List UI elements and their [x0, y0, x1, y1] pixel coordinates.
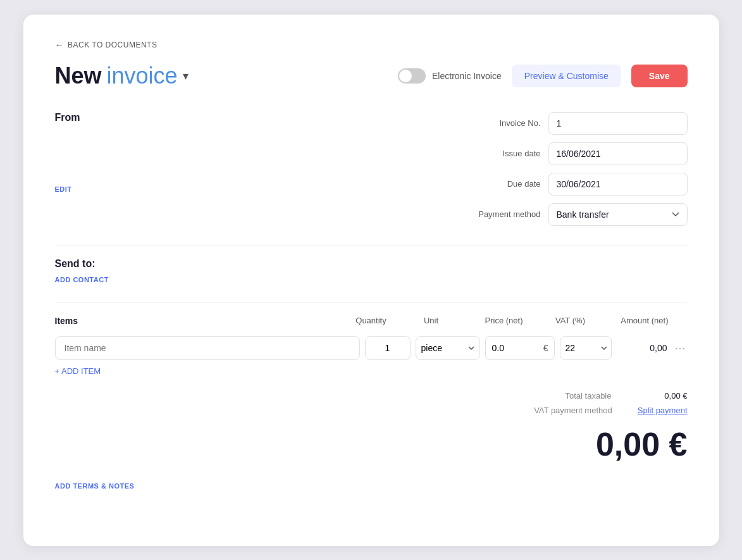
- invoice-no-input[interactable]: [548, 112, 688, 135]
- title-invoice: invoice: [107, 63, 178, 89]
- item-more-button[interactable]: ⋯: [672, 341, 688, 355]
- back-label: BACK TO DOCUMENTS: [68, 40, 157, 49]
- add-item-button[interactable]: + ADD ITEM: [55, 366, 688, 376]
- divider-2: [55, 302, 688, 303]
- due-date-label: Due date: [459, 179, 541, 189]
- items-header: Items Quantity Unit Price (net) VAT (%) …: [55, 316, 688, 331]
- due-date-input[interactable]: [548, 173, 688, 196]
- item-qty-input[interactable]: [365, 336, 411, 360]
- issue-date-input[interactable]: [548, 142, 688, 165]
- total-taxable-label: Total taxable: [510, 391, 612, 401]
- table-row: piece hour day kg liter € 0 4 5 10 22 0,…: [55, 336, 688, 360]
- col-unit-header: Unit: [397, 316, 466, 325]
- due-date-row: Due date: [384, 173, 688, 196]
- col-price-header: Price (net): [466, 316, 542, 325]
- invoice-no-label: Invoice No.: [459, 118, 541, 128]
- issue-date-label: Issue date: [459, 149, 541, 158]
- total-taxable-value: 0,00 €: [637, 391, 688, 401]
- issue-date-row: Issue date: [384, 142, 688, 165]
- invoice-card: ← BACK TO DOCUMENTS New invoice ▾ Electr…: [23, 15, 719, 546]
- vat-payment-method-label: VAT payment method: [534, 406, 612, 415]
- header-row: New invoice ▾ Electronic Invoice Preview…: [55, 63, 688, 89]
- electronic-invoice-label: Electronic Invoice: [432, 71, 502, 81]
- item-amount: 0,00: [617, 343, 667, 353]
- col-amount-header: Amount (net): [599, 316, 669, 325]
- from-label: From: [55, 112, 359, 123]
- col-quantity-header: Quantity: [346, 316, 397, 325]
- col-item-header: Items: [55, 316, 346, 326]
- divider-1: [55, 245, 688, 246]
- title-area: New invoice ▾: [55, 63, 189, 89]
- item-name-input[interactable]: [55, 336, 360, 360]
- fields-section: Invoice No. Issue date Due date Payment …: [384, 112, 688, 226]
- col-vat-header: VAT (%): [542, 316, 599, 325]
- add-contact-button[interactable]: ADD CONTACT: [55, 276, 688, 283]
- grand-total: 0,00 €: [596, 425, 688, 463]
- header-actions: Electronic Invoice Preview & Customise S…: [398, 65, 687, 87]
- payment-method-row: Payment method Bank transfer Cash Credit…: [384, 203, 688, 226]
- preview-customise-button[interactable]: Preview & Customise: [512, 65, 621, 87]
- title-new: New: [55, 63, 102, 89]
- send-section: Send to: ADD CONTACT: [55, 258, 688, 283]
- save-button[interactable]: Save: [631, 65, 688, 87]
- edit-link[interactable]: EDIT: [55, 185, 359, 193]
- item-vat-select[interactable]: 0 4 5 10 22: [560, 336, 612, 360]
- from-section: From EDIT: [55, 112, 359, 226]
- add-terms-notes-button[interactable]: ADD TERMS & NOTES: [55, 482, 688, 490]
- split-payment-link[interactable]: Split payment: [638, 406, 688, 415]
- electronic-invoice-toggle-area: Electronic Invoice: [398, 68, 502, 84]
- price-wrapper: €: [485, 336, 555, 360]
- back-nav[interactable]: ← BACK TO DOCUMENTS: [55, 40, 688, 50]
- items-section: Items Quantity Unit Price (net) VAT (%) …: [55, 316, 688, 376]
- vat-method-row: VAT payment method Split payment: [534, 406, 687, 415]
- send-to-label: Send to:: [55, 258, 688, 270]
- electronic-invoice-toggle[interactable]: [398, 68, 426, 84]
- payment-method-select[interactable]: Bank transfer Cash Credit card Cheque: [548, 203, 688, 226]
- total-taxable-row: Total taxable 0,00 €: [510, 391, 688, 401]
- item-price-input[interactable]: [485, 336, 555, 360]
- item-unit-select[interactable]: piece hour day kg liter: [416, 336, 480, 360]
- form-section: From EDIT Invoice No. Issue date Due dat…: [55, 112, 688, 226]
- totals-section: Total taxable 0,00 € VAT payment method …: [55, 391, 688, 463]
- title-chevron-icon[interactable]: ▾: [183, 69, 189, 83]
- invoice-no-row: Invoice No.: [384, 112, 688, 135]
- payment-method-label: Payment method: [459, 209, 541, 219]
- back-arrow-icon: ←: [55, 40, 65, 50]
